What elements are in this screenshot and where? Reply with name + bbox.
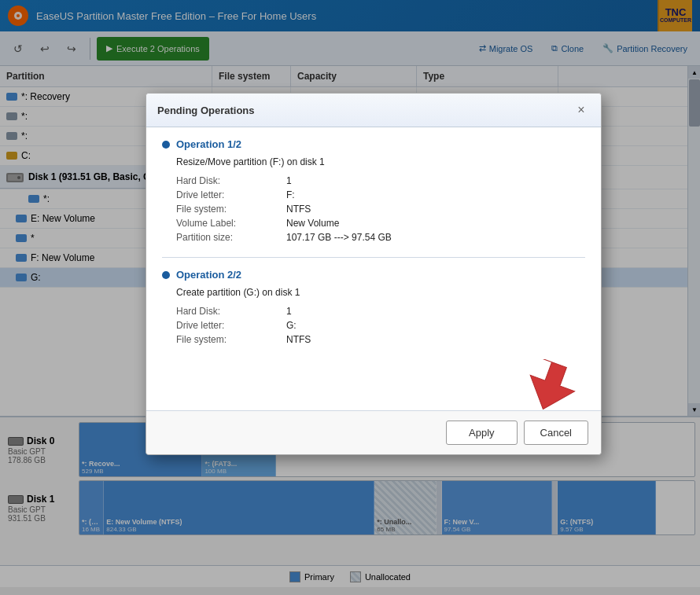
op-row: Partition size: 107.17 GB ---> 97.54 GB bbox=[176, 230, 585, 244]
op-row: File system: NTFS bbox=[176, 202, 585, 216]
modal-header: Pending Operations × bbox=[146, 94, 601, 127]
op1-details: Hard Disk: 1 Drive letter: F: File syste… bbox=[162, 174, 585, 244]
op-row: Volume Label: New Volume bbox=[176, 216, 585, 230]
red-arrow-icon bbox=[514, 359, 585, 410]
svg-marker-10 bbox=[521, 359, 581, 410]
operation-1-title: Operation 1/2 bbox=[162, 138, 585, 150]
op-row: File system: NTFS bbox=[176, 332, 585, 347]
op1-dot bbox=[162, 141, 170, 149]
op-row: Drive letter: G: bbox=[176, 318, 585, 332]
operation-2-title: Operation 2/2 bbox=[162, 269, 585, 281]
op2-subtitle: Create partition (G:) on disk 1 bbox=[162, 287, 585, 298]
op1-subtitle: Resize/Move partition (F:) on disk 1 bbox=[162, 156, 585, 167]
op-row: Hard Disk: 1 bbox=[176, 174, 585, 188]
modal-overlay: Pending Operations × Operation 1/2 Resiz… bbox=[0, 0, 700, 595]
modal-title: Pending Operations bbox=[157, 105, 255, 116]
arrow-container bbox=[162, 359, 585, 410]
op-row: Hard Disk: 1 bbox=[176, 304, 585, 318]
op-divider bbox=[162, 257, 585, 258]
op2-dot bbox=[162, 271, 170, 279]
modal-close-button[interactable]: × bbox=[573, 101, 590, 119]
apply-button[interactable]: Apply bbox=[446, 421, 518, 445]
op2-details: Hard Disk: 1 Drive letter: G: File syste… bbox=[162, 304, 585, 347]
cancel-button[interactable]: Cancel bbox=[524, 421, 588, 445]
op-row: Drive letter: F: bbox=[176, 188, 585, 202]
operation-2-section: Operation 2/2 Create partition (G:) on d… bbox=[162, 269, 585, 347]
pending-operations-modal: Pending Operations × Operation 1/2 Resiz… bbox=[146, 93, 602, 455]
modal-footer: Apply Cancel bbox=[146, 410, 601, 454]
operation-1-section: Operation 1/2 Resize/Move partition (F:)… bbox=[162, 138, 585, 244]
modal-body: Operation 1/2 Resize/Move partition (F:)… bbox=[146, 127, 601, 410]
